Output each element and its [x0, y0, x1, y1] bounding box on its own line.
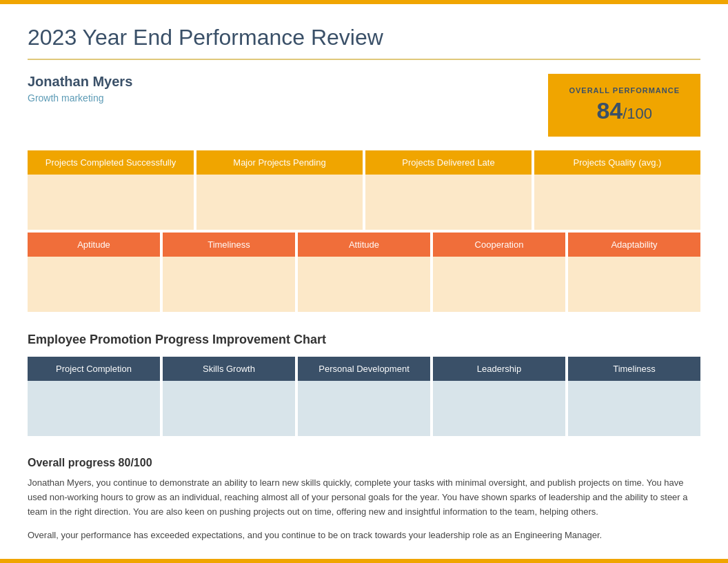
skills-row: Aptitude Timeliness Attitude Cooperation… [28, 233, 700, 312]
stat-card-body-3 [534, 175, 700, 230]
stat-card-header-0: Projects Completed Successfully [28, 150, 194, 175]
progress-card-3: Leadership [433, 357, 565, 436]
skill-card-body-1 [163, 257, 295, 312]
overall-progress-paragraph2: Overall, your performance has exceeded e… [28, 529, 700, 543]
skill-card-body-4 [568, 257, 700, 312]
stat-card-body-2 [365, 175, 532, 230]
stat-card-2: Projects Delivered Late [365, 150, 532, 230]
progress-card-0: Project Completion [28, 357, 160, 436]
progress-section-title: Employee Promotion Progress Improvement … [28, 333, 700, 347]
bottom-bar [0, 559, 728, 563]
progress-card-header-2: Personal Development [298, 357, 430, 381]
stat-card-header-2: Projects Delivered Late [365, 150, 532, 175]
stat-card-0: Projects Completed Successfully [28, 150, 194, 230]
progress-card-body-1 [163, 381, 295, 436]
progress-card-1: Skills Growth [163, 357, 295, 436]
overall-performance-label: OVERALL PERFORMANCE [569, 86, 680, 95]
progress-card-body-3 [433, 381, 565, 436]
skill-card-3: Cooperation [433, 233, 565, 312]
progress-row: Project Completion Skills Growth Persona… [28, 357, 700, 436]
employee-name: Jonathan Myers [28, 74, 132, 90]
stat-card-1: Major Projects Pending [196, 150, 363, 230]
skill-card-header-1: Timeliness [163, 233, 295, 257]
skill-card-body-2 [298, 257, 430, 312]
progress-card-header-4: Timeliness [568, 357, 700, 381]
stat-card-body-0 [28, 175, 194, 230]
skill-card-header-4: Adaptability [568, 233, 700, 257]
progress-card-header-1: Skills Growth [163, 357, 295, 381]
overall-performance-score: 84/100 [569, 97, 680, 124]
employee-info: Jonathan Myers Growth marketing [28, 74, 132, 103]
skill-card-0: Aptitude [28, 233, 160, 312]
main-container: 2023 Year End Performance Review Jonatha… [0, 4, 728, 563]
page-title: 2023 Year End Performance Review [28, 25, 700, 50]
progress-card-header-0: Project Completion [28, 357, 160, 381]
progress-card-header-3: Leadership [433, 357, 565, 381]
overall-progress-paragraph1: Jonathan Myers, you continue to demonstr… [28, 476, 700, 519]
skill-card-header-2: Attitude [298, 233, 430, 257]
header-row: Jonathan Myers Growth marketing OVERALL … [28, 74, 700, 137]
skill-card-body-3 [433, 257, 565, 312]
overall-performance-box: OVERALL PERFORMANCE 84/100 [548, 74, 700, 137]
score-value: 84 [596, 97, 623, 124]
skill-card-header-0: Aptitude [28, 233, 160, 257]
skill-card-2: Attitude [298, 233, 430, 312]
progress-card-body-0 [28, 381, 160, 436]
stat-card-3: Projects Quality (avg.) [534, 150, 700, 230]
skill-card-1: Timeliness [163, 233, 295, 312]
stats-row: Projects Completed Successfully Major Pr… [28, 150, 700, 230]
overall-progress-title: Overall progress 80/100 [28, 457, 700, 469]
score-out-of: /100 [623, 105, 652, 122]
progress-card-2: Personal Development [298, 357, 430, 436]
skill-card-body-0 [28, 257, 160, 312]
progress-card-body-2 [298, 381, 430, 436]
progress-card-body-4 [568, 381, 700, 436]
skill-card-header-3: Cooperation [433, 233, 565, 257]
progress-card-4: Timeliness [568, 357, 700, 436]
employee-role: Growth marketing [28, 92, 132, 103]
stat-card-header-3: Projects Quality (avg.) [534, 150, 700, 175]
skill-card-4: Adaptability [568, 233, 700, 312]
stat-card-header-1: Major Projects Pending [196, 150, 363, 175]
stat-card-body-1 [196, 175, 363, 230]
divider [28, 59, 700, 60]
